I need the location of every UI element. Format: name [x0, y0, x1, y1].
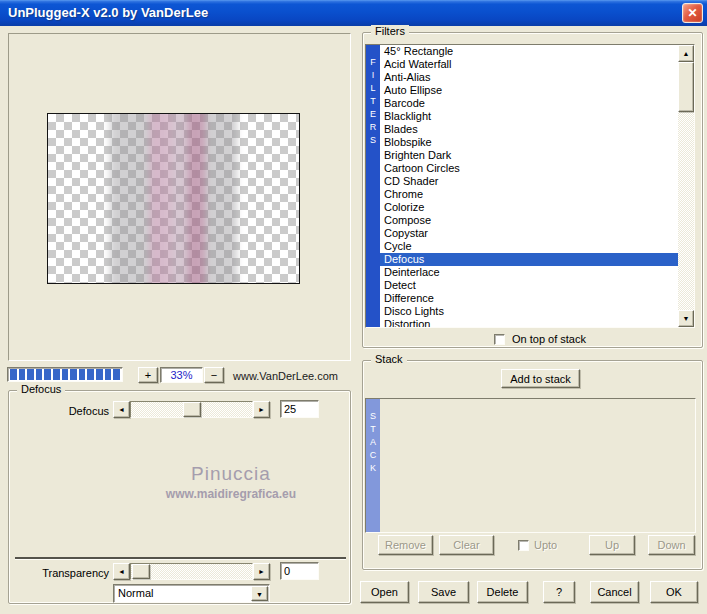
defocus-slider-label: Defocus [29, 405, 109, 417]
filter-list-item[interactable]: Compose [380, 214, 678, 227]
preview-image[interactable] [47, 113, 300, 284]
progress-segment [87, 369, 94, 380]
filters-list: 45° RectangleAcid WaterfallAnti-AliasAut… [380, 45, 678, 327]
cancel-button[interactable]: Cancel [590, 581, 639, 603]
help-button[interactable]: ? [543, 581, 575, 603]
watermark-url: www.maidiregrafica.eu [81, 487, 381, 501]
filter-list-item[interactable]: Cycle [380, 240, 678, 253]
filter-list-item[interactable]: Blades [380, 123, 678, 136]
up-button: Up [589, 535, 635, 555]
filter-list-item[interactable]: Copystar [380, 227, 678, 240]
transparency-slider-thumb[interactable] [132, 564, 150, 579]
zoom-out-button[interactable]: − [204, 367, 224, 383]
ok-button[interactable]: OK [650, 581, 698, 603]
filter-list-item[interactable]: CD Shader [380, 175, 678, 188]
progress-segment [70, 369, 77, 380]
clear-button: Clear [439, 535, 494, 555]
progress-segment [53, 369, 60, 380]
defocus-slider-left-button[interactable]: ◄ [113, 401, 130, 418]
down-button: Down [648, 535, 695, 555]
stack-listbox: STACK [365, 398, 696, 533]
progress-segment [44, 369, 51, 380]
right-arrow-icon: ► [254, 564, 269, 579]
save-button[interactable]: Save [418, 581, 469, 603]
progress-segment [113, 369, 120, 380]
progress-segment [10, 369, 17, 380]
filter-list-item[interactable]: Brighten Dark [380, 149, 678, 162]
progress-segment [36, 369, 43, 380]
defocus-value-field[interactable] [280, 400, 319, 418]
filter-list-item[interactable]: Auto Ellipse [380, 84, 678, 97]
transparency-slider-label: Transparency [19, 567, 109, 579]
blend-mode-combobox[interactable]: Normal ▼ [113, 584, 270, 603]
filter-list-item[interactable]: Cartoon Circles [380, 162, 678, 175]
filters-scrollbar[interactable]: ▲ ▼ [678, 45, 694, 327]
filter-list-item[interactable]: Chrome [380, 188, 678, 201]
filter-list-item[interactable]: Disco Lights [380, 305, 678, 318]
defocus-slider-thumb[interactable] [183, 402, 201, 417]
on-top-of-stack-checkbox[interactable] [494, 334, 505, 345]
filter-list-item[interactable]: Blacklight [380, 110, 678, 123]
scroll-down-icon: ▼ [679, 311, 693, 327]
filter-list-item[interactable]: Anti-Alias [380, 71, 678, 84]
watermark-title: Pinuccia [81, 463, 381, 485]
scroll-up-icon: ▲ [679, 46, 693, 62]
title-bar[interactable]: UnPlugged-X v2.0 by VanDerLee ✕ [0, 0, 707, 26]
filter-list-item[interactable]: 45° Rectangle [380, 45, 678, 58]
filter-list-item[interactable]: Difference [380, 292, 678, 305]
unplugged-x-dialog: UnPlugged-X v2.0 by VanDerLee ✕ + 33% − … [0, 0, 707, 614]
chevron-down-icon: ▼ [252, 587, 267, 602]
window-title: UnPlugged-X v2.0 by VanDerLee [8, 5, 208, 20]
transparency-value-field[interactable] [280, 562, 319, 580]
stack-vertical-banner: STACK [366, 399, 380, 532]
filters-vertical-banner: FILTERS [366, 45, 380, 327]
filter-list-item[interactable]: Barcode [380, 97, 678, 110]
scroll-down-button[interactable]: ▼ [678, 310, 694, 327]
scroll-up-button[interactable]: ▲ [678, 45, 694, 62]
filter-list-item[interactable]: Colorize [380, 201, 678, 214]
watermark: Pinuccia www.maidiregrafica.eu [81, 463, 381, 501]
upto-checkbox [518, 540, 529, 551]
left-arrow-icon: ◄ [114, 402, 129, 417]
filter-list-item[interactable]: Acid Waterfall [380, 58, 678, 71]
add-to-stack-button[interactable]: Add to stack [501, 369, 580, 388]
progress-segment [27, 369, 34, 380]
filters-group-label: Filters [371, 25, 409, 38]
defocus-group-label: Defocus [17, 383, 65, 396]
progress-segment [62, 369, 69, 380]
filter-list-item[interactable]: Blobspike [380, 136, 678, 149]
stack-group-label: Stack [371, 353, 407, 366]
progress-segment [105, 369, 112, 380]
progress-segment [79, 369, 86, 380]
filter-list-item[interactable]: Deinterlace [380, 266, 678, 279]
stack-list[interactable] [380, 399, 695, 532]
defocus-slider-right-button[interactable]: ► [253, 401, 270, 418]
defocus-slider-track[interactable] [130, 401, 253, 418]
blend-mode-dropdown-button[interactable]: ▼ [251, 586, 268, 601]
close-button[interactable]: ✕ [682, 3, 703, 23]
filter-list-item[interactable]: Distortion [380, 318, 678, 327]
filter-list-item[interactable]: Defocus [380, 253, 678, 266]
stack-groupbox: Stack Add to stack STACK Remove Clear Up… [362, 360, 703, 570]
filters-groupbox: Filters FILTERS 45° RectangleAcid Waterf… [362, 32, 703, 348]
delete-button[interactable]: Delete [477, 581, 528, 603]
progress-segment [96, 369, 103, 380]
transparency-slider-right-button[interactable]: ► [253, 563, 270, 580]
progress-segment [19, 369, 26, 380]
blend-mode-value: Normal [118, 587, 153, 599]
zoom-level-display: 33% [160, 367, 203, 383]
on-top-of-stack-label: On top of stack [512, 333, 586, 345]
left-arrow-icon: ◄ [114, 564, 129, 579]
upto-label: Upto [534, 539, 557, 551]
render-progress-bar [7, 367, 123, 382]
filter-list-item[interactable]: Detect [380, 279, 678, 292]
filters-listbox: FILTERS 45° RectangleAcid WaterfallAnti-… [365, 44, 695, 328]
open-button[interactable]: Open [360, 581, 409, 603]
scrollbar-thumb[interactable] [678, 62, 694, 112]
separator-line [15, 557, 346, 559]
remove-button: Remove [378, 535, 433, 555]
transparency-slider-left-button[interactable]: ◄ [113, 563, 130, 580]
close-icon: ✕ [687, 6, 697, 20]
transparency-slider-track[interactable] [130, 563, 253, 580]
zoom-in-button[interactable]: + [138, 367, 158, 383]
